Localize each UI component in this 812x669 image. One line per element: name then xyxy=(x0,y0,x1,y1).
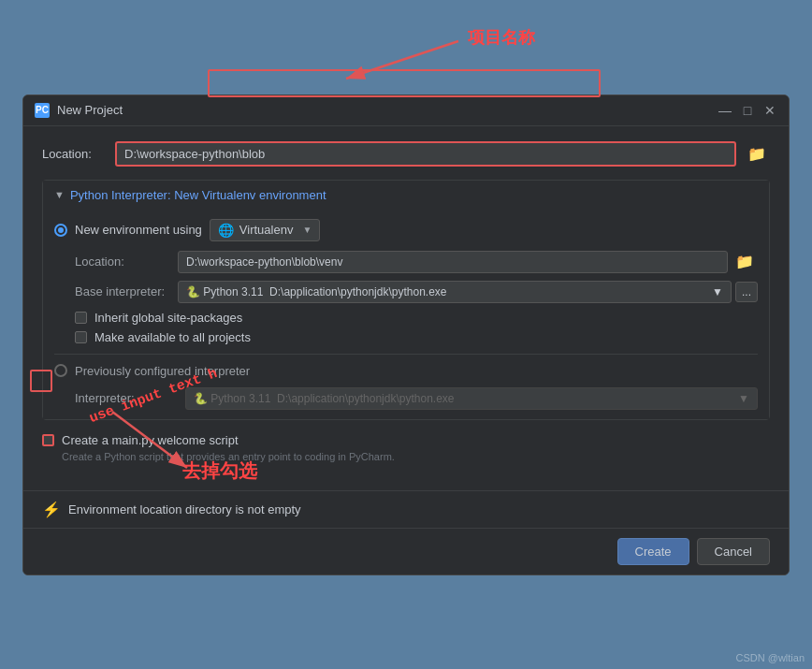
virtualenv-label: Virtualenv xyxy=(239,223,294,237)
app-icon: PC xyxy=(35,103,50,118)
titlebar-left: PC New Project xyxy=(35,103,123,118)
interpreter-disabled-arrow-icon: ▼ xyxy=(738,392,749,405)
welcome-label: Create a main.py welcome script xyxy=(62,433,239,447)
interpreter-select-disabled: 🐍 Python 3.11 D:\application\pythonjdk\p… xyxy=(185,387,758,410)
welcome-description: Create a Python script that provides an … xyxy=(42,451,770,462)
welcome-checkbox[interactable] xyxy=(42,434,54,446)
make-available-checkbox-row: Make available to all projects xyxy=(54,330,758,344)
interpreter-section-title: Python Interpreter: New Virtualenv envir… xyxy=(70,188,326,202)
top-location-input-wrap xyxy=(115,141,736,167)
venv-location-row: Location: 📁 xyxy=(54,251,758,273)
warning-icon: ⚡ xyxy=(42,501,61,518)
top-location-label: Location: xyxy=(42,147,108,161)
new-env-radio-row: New environment using 🌐 Virtualenv ▼ xyxy=(54,219,758,241)
top-location-row: Location: 📁 xyxy=(42,141,770,167)
previously-radio-row: Previously configured interpreter xyxy=(54,364,758,378)
dropdown-arrow-icon: ▼ xyxy=(302,225,312,235)
section-divider xyxy=(54,354,758,355)
titlebar: PC New Project — □ ✕ xyxy=(23,95,789,126)
welcome-section: Create a main.py welcome script Create a… xyxy=(42,433,770,462)
venv-location-input-wrap: 📁 xyxy=(178,251,758,273)
base-interpreter-value: 🐍 Python 3.11 D:\application\pythonjdk\p… xyxy=(186,285,447,298)
maximize-button[interactable]: □ xyxy=(740,103,755,118)
interpreter-header[interactable]: ▼ Python Interpreter: New Virtualenv env… xyxy=(43,181,769,210)
top-browse-button[interactable]: 📁 xyxy=(744,143,770,165)
inherit-label: Inherit global site-packages xyxy=(94,311,242,325)
interpreter-label: Interpreter: xyxy=(75,391,178,405)
inherit-checkbox[interactable] xyxy=(75,312,87,324)
inherit-checkbox-row: Inherit global site-packages xyxy=(54,311,758,325)
window-title: New Project xyxy=(57,103,123,117)
project-name-annotation: 项目名称 xyxy=(468,26,535,49)
minimize-button[interactable]: — xyxy=(718,103,732,118)
base-interpreter-wrap: 🐍 Python 3.11 D:\application\pythonjdk\p… xyxy=(178,281,758,303)
make-available-label: Make available to all projects xyxy=(94,330,251,344)
expand-arrow-icon: ▼ xyxy=(54,189,65,200)
base-interpreter-arrow-icon: ▼ xyxy=(712,285,723,298)
new-env-radio[interactable] xyxy=(54,224,67,237)
base-interpreter-row: Base interpreter: 🐍 Python 3.11 D:\appli… xyxy=(54,281,758,303)
arrow-to-location xyxy=(337,32,468,88)
virtualenv-dropdown[interactable]: 🌐 Virtualenv ▼ xyxy=(210,219,320,241)
previously-radio[interactable] xyxy=(54,364,67,377)
interpreter-disabled-value: 🐍 Python 3.11 D:\application\pythonjdk\p… xyxy=(194,392,455,405)
titlebar-controls: — □ ✕ xyxy=(718,103,777,118)
base-interpreter-select[interactable]: 🐍 Python 3.11 D:\application\pythonjdk\p… xyxy=(178,281,732,303)
venv-location-input[interactable] xyxy=(178,251,728,273)
csdn-watermark: CSDN @wltian xyxy=(735,652,805,663)
welcome-checkbox-row: Create a main.py welcome script xyxy=(42,433,770,447)
close-button[interactable]: ✕ xyxy=(762,103,777,118)
create-button[interactable]: Create xyxy=(617,538,689,565)
venv-location-label: Location: xyxy=(75,255,178,269)
interpreter-body: New environment using 🌐 Virtualenv ▼ Loc… xyxy=(43,210,769,419)
button-bar: Create Cancel xyxy=(23,528,789,574)
new-project-dialog: PC New Project — □ ✕ Location: 📁 xyxy=(22,95,790,575)
location-highlight-box xyxy=(208,69,601,97)
make-available-checkbox[interactable] xyxy=(75,331,87,343)
venv-browse-button[interactable]: 📁 xyxy=(732,251,758,272)
top-location-input[interactable] xyxy=(115,141,736,167)
interpreter-section: ▼ Python Interpreter: New Virtualenv env… xyxy=(42,180,770,420)
dialog-content: Location: 📁 ▼ Python Interpreter: New Vi… xyxy=(23,126,789,490)
virtualenv-icon: 🌐 xyxy=(218,223,234,238)
interpreter-disabled-row: Interpreter: 🐍 Python 3.11 D:\applicatio… xyxy=(54,387,758,410)
new-env-label: New environment using xyxy=(75,223,202,237)
warning-text: Environment location directory is not em… xyxy=(68,502,301,516)
previously-label: Previously configured interpreter xyxy=(75,364,250,378)
svg-line-1 xyxy=(346,41,458,79)
base-interpreter-label: Base interpreter: xyxy=(75,284,178,298)
base-interpreter-ellipsis-button[interactable]: ... xyxy=(735,282,758,302)
warning-bar: ⚡ Environment location directory is not … xyxy=(23,490,789,528)
cancel-button[interactable]: Cancel xyxy=(697,538,770,565)
